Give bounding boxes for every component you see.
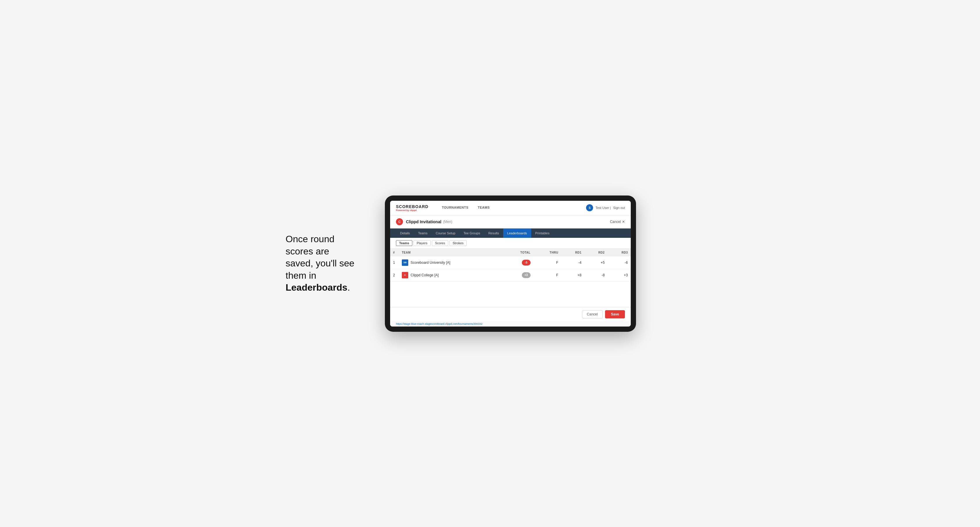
row-rd2-1: +5 (584, 257, 608, 269)
highlight-text: Leaderboards (286, 282, 347, 293)
row-rank-2: 2 (390, 269, 399, 281)
tab-course-setup[interactable]: Course Setup (431, 229, 459, 238)
col-thru: THRU (533, 249, 561, 257)
col-rank: # (390, 249, 399, 257)
tablet-screen: SCOREBOARD Powered by clippd TOURNAMENTS… (390, 201, 631, 327)
team-name-2: Clippd College [A] (410, 273, 439, 277)
row-thru-1: F (533, 257, 561, 269)
url-bar: https://stage-blue-coach.stagescoreboard… (390, 321, 631, 327)
cancel-button[interactable]: Cancel (582, 310, 603, 318)
score-badge-2: +3 (522, 272, 531, 278)
row-team-2: C Clippd College [A] (399, 269, 503, 281)
team-name-1: Scoreboard University [A] (410, 260, 450, 265)
row-rd1-1: -4 (561, 257, 584, 269)
nav-links: TOURNAMENTS TEAMS (437, 201, 586, 215)
row-rank-1: 1 (390, 257, 399, 269)
team-logo-2: C (402, 272, 408, 278)
leaderboard-table: # TEAM TOTAL THRU RD1 RD2 RD3 1 (390, 249, 631, 282)
row-rd1-2: +8 (561, 269, 584, 281)
tab-printables[interactable]: Printables (531, 229, 554, 238)
col-rd3: RD3 (608, 249, 631, 257)
team-logo-1: SB (402, 259, 408, 266)
nav-teams[interactable]: TEAMS (473, 201, 495, 215)
filter-strokes[interactable]: Strokes (449, 240, 467, 246)
row-total-1: -5 (503, 257, 533, 269)
app-logo: SCOREBOARD (396, 204, 428, 209)
filter-scores[interactable]: Scores (432, 240, 448, 246)
row-total-2: +3 (503, 269, 533, 281)
table-header-row: # TEAM TOTAL THRU RD1 RD2 RD3 (390, 249, 631, 257)
top-nav: SCOREBOARD Powered by clippd TOURNAMENTS… (390, 201, 631, 215)
close-icon: ✕ (622, 220, 625, 224)
table-row: 1 SB Scoreboard University [A] -5 F (390, 257, 631, 269)
row-thru-2: F (533, 269, 561, 281)
score-badge-1: -5 (522, 260, 531, 265)
filter-teams[interactable]: Teams (396, 240, 412, 246)
nav-right: S Test User | Sign out (586, 204, 625, 211)
filter-players[interactable]: Players (414, 240, 431, 246)
row-team-1: SB Scoreboard University [A] (399, 257, 503, 269)
nav-tournaments[interactable]: TOURNAMENTS (437, 201, 473, 215)
tab-leaderboards[interactable]: Leaderboards (503, 229, 531, 238)
sub-nav-tabs: Details Teams Course Setup Tee Groups Re… (390, 229, 631, 238)
save-button[interactable]: Save (605, 310, 625, 318)
powered-by: Powered by clippd (396, 209, 428, 211)
tournament-header: C Clippd Invitational (Men) Cancel ✕ (390, 215, 631, 229)
user-name: Test User | (595, 206, 611, 210)
row-rd2-2: -8 (584, 269, 608, 281)
tablet-frame: SCOREBOARD Powered by clippd TOURNAMENTS… (385, 195, 636, 332)
logo-area: SCOREBOARD Powered by clippd (396, 204, 428, 211)
col-team: TEAM (399, 249, 503, 257)
cancel-x-button[interactable]: Cancel ✕ (610, 220, 625, 224)
table-row: 2 C Clippd College [A] +3 F (390, 269, 631, 281)
row-rd3-1: -6 (608, 257, 631, 269)
tournament-name: Clippd Invitational (406, 219, 441, 224)
tab-details[interactable]: Details (396, 229, 414, 238)
col-rd1: RD1 (561, 249, 584, 257)
intro-text: Once round scores are saved, you'll see … (286, 233, 368, 294)
col-total: TOTAL (503, 249, 533, 257)
sign-out-link[interactable]: Sign out (613, 206, 625, 210)
filter-bar: Teams Players Scores Strokes (390, 238, 631, 249)
col-rd2: RD2 (584, 249, 608, 257)
tournament-icon: C (396, 218, 403, 225)
user-avatar: S (586, 204, 593, 211)
bottom-bar: Cancel Save (390, 307, 631, 321)
tab-tee-groups[interactable]: Tee Groups (459, 229, 484, 238)
row-rd3-2: +3 (608, 269, 631, 281)
tournament-gender: (Men) (443, 220, 452, 224)
content-area: # TEAM TOTAL THRU RD1 RD2 RD3 1 (390, 249, 631, 307)
tab-results[interactable]: Results (484, 229, 503, 238)
tab-teams[interactable]: Teams (414, 229, 431, 238)
